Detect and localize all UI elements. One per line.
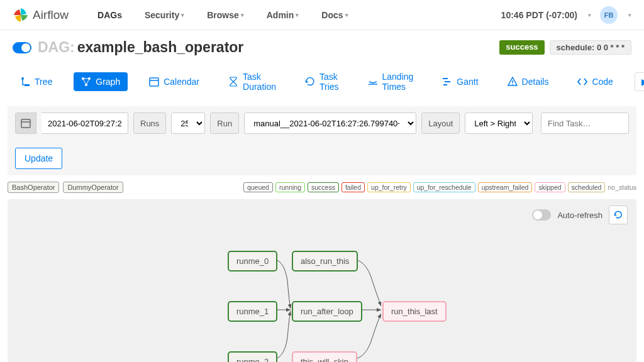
tab-graph[interactable]: Graph bbox=[74, 72, 128, 91]
svg-rect-8 bbox=[445, 81, 450, 82]
graph-icon bbox=[81, 77, 91, 87]
nav-dags[interactable]: DAGs bbox=[86, 0, 133, 30]
status-none: no_status bbox=[608, 184, 636, 191]
status-scheduled[interactable]: scheduled bbox=[568, 182, 606, 192]
hourglass-icon bbox=[228, 77, 238, 87]
layout-select[interactable]: Left > Right bbox=[465, 112, 533, 134]
status-failed[interactable]: failed bbox=[341, 182, 365, 192]
calendar-icon bbox=[149, 77, 159, 87]
tab-landing-times[interactable]: Landing Times bbox=[360, 67, 421, 96]
status-up_for_retry[interactable]: up_for_retry bbox=[367, 182, 411, 192]
dag-header: DAG: example_bash_operator success sched… bbox=[0, 30, 644, 60]
status-upstream_failed[interactable]: upstream_failed bbox=[478, 182, 533, 192]
pinwheel-icon bbox=[13, 7, 29, 23]
schedule-badge: schedule: 0 0 * * * bbox=[550, 40, 631, 55]
svg-rect-7 bbox=[443, 78, 448, 79]
layout-label: Layout bbox=[421, 112, 460, 134]
task-node-run-after-loop[interactable]: run_after_loop bbox=[292, 301, 362, 322]
tab-calendar[interactable]: Calendar bbox=[142, 72, 207, 91]
status-up_for_reschedule[interactable]: up_for_reschedule bbox=[413, 182, 475, 192]
retry-icon bbox=[305, 77, 315, 87]
trigger-dag-button[interactable]: ▶ bbox=[635, 72, 644, 91]
svg-rect-1 bbox=[25, 84, 30, 86]
update-button[interactable]: Update bbox=[15, 148, 62, 169]
nav-items: DAGs Security▾ Browse▾ Admin▾ Docs▾ bbox=[86, 0, 360, 30]
nav-browse[interactable]: Browse▾ bbox=[196, 0, 255, 30]
task-node-runme-2[interactable]: runme_2 bbox=[228, 351, 277, 362]
status-queued[interactable]: queued bbox=[243, 182, 273, 192]
operator-dummy[interactable]: DummyOperator bbox=[63, 182, 123, 193]
dag-prefix: DAG: bbox=[38, 39, 75, 56]
svg-rect-9 bbox=[443, 84, 447, 85]
code-icon bbox=[577, 77, 587, 87]
details-icon bbox=[508, 77, 518, 87]
logo[interactable]: Airflow bbox=[13, 7, 69, 23]
operator-bash[interactable]: BashOperator bbox=[8, 182, 59, 193]
calendar-icon bbox=[15, 112, 36, 134]
tab-task-tries[interactable]: Task Tries bbox=[297, 67, 347, 96]
clock: 10:46 PDT (-07:00) bbox=[501, 10, 577, 20]
tab-details[interactable]: Details bbox=[500, 72, 557, 91]
svg-point-0 bbox=[21, 77, 24, 80]
dag-enable-toggle[interactable] bbox=[13, 42, 31, 53]
graph-canvas[interactable]: Auto-refresh runme_0 runme_1 runme_2 als… bbox=[8, 199, 636, 362]
task-node-also-run-this[interactable]: also_run_this bbox=[292, 251, 358, 272]
dag-title: example_bash_operator bbox=[77, 39, 244, 56]
nav-security[interactable]: Security▾ bbox=[133, 0, 196, 30]
task-node-runme-1[interactable]: runme_1 bbox=[228, 301, 277, 322]
status-badge: success bbox=[499, 40, 544, 55]
tab-gantt[interactable]: Gantt bbox=[435, 72, 486, 91]
view-tabs: Tree Graph Calendar Task Duration Task T… bbox=[0, 60, 644, 106]
svg-rect-12 bbox=[21, 119, 30, 128]
tab-task-duration[interactable]: Task Duration bbox=[221, 67, 284, 96]
svg-rect-5 bbox=[150, 78, 158, 86]
top-nav: Airflow DAGs Security▾ Browse▾ Admin▾ Do… bbox=[0, 0, 644, 30]
tree-icon bbox=[20, 77, 30, 87]
graph-edges bbox=[8, 199, 636, 362]
nav-docs[interactable]: Docs▾ bbox=[310, 0, 359, 30]
user-avatar[interactable]: FB bbox=[600, 6, 618, 24]
task-node-this-will-skip[interactable]: this_will_skip bbox=[292, 351, 357, 362]
status-skipped[interactable]: skipped bbox=[535, 182, 565, 192]
task-node-runme-0[interactable]: runme_0 bbox=[228, 251, 277, 272]
status-success[interactable]: success bbox=[308, 182, 339, 192]
nav-admin[interactable]: Admin▾ bbox=[255, 0, 311, 30]
legends: BashOperator DummyOperator queuedrunning… bbox=[0, 175, 644, 199]
find-task-input[interactable] bbox=[541, 112, 629, 134]
svg-point-11 bbox=[512, 84, 513, 85]
landing-icon bbox=[368, 77, 378, 87]
run-label: Run bbox=[210, 112, 239, 134]
status-running[interactable]: running bbox=[275, 182, 305, 192]
task-node-run-this-last[interactable]: run_this_last bbox=[382, 301, 447, 322]
runs-select[interactable]: 25 bbox=[171, 112, 205, 134]
runs-label: Runs bbox=[133, 112, 166, 134]
logo-text: Airflow bbox=[33, 8, 69, 22]
tab-tree[interactable]: Tree bbox=[13, 72, 60, 91]
run-controls: Runs 25 Run manual__2021-06-02T16:27:26.… bbox=[8, 106, 636, 175]
tab-code[interactable]: Code bbox=[570, 72, 620, 91]
run-select[interactable]: manual__2021-06-02T16:27:26.799740+00:00 bbox=[244, 112, 416, 134]
gantt-icon bbox=[442, 77, 452, 87]
base-date-input[interactable] bbox=[42, 112, 128, 134]
